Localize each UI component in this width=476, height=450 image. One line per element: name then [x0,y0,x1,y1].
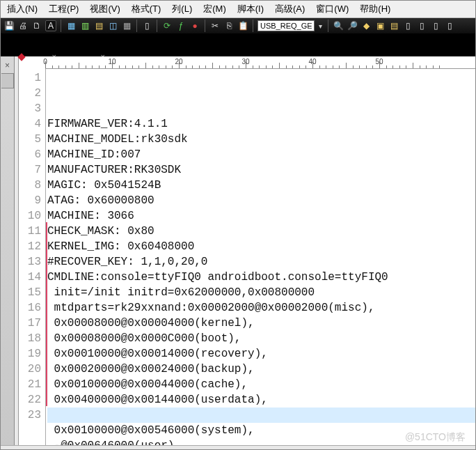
menu-macro[interactable]: 宏(M) [201,2,228,16]
tool-icon-a[interactable]: ▣ [374,20,386,31]
menu-help[interactable]: 帮助(H) [358,2,392,16]
tool-icon-c[interactable]: ▯ [402,20,413,31]
bookmark-icon[interactable]: ◆ [360,20,372,31]
tool-icon-3[interactable]: ▤ [93,20,104,31]
code-line[interactable]: MACHINE: 3066 [47,208,475,224]
menu-script[interactable]: 脚本(I) [235,2,266,16]
font-icon[interactable]: A [45,20,56,31]
code-line[interactable]: 0x00020000@0x00024000(backup), [47,362,475,377]
left-panel-collapsed[interactable]: × [1,56,15,450]
toolbar: 💾 🖨 🗋 A ▦ ▥ ▤ ◫ ▦ ▯ ⟳ ƒ ● ✂ ⎘ 📋 ▾ 🔍 🔎 ◆ … [1,18,475,34]
line-number: 22 [19,392,41,408]
line-number: 8 [19,178,41,193]
collapse-icon[interactable]: × [5,61,10,70]
line-number: 6 [19,147,41,162]
code-line[interactable]: CHECK_MASK: 0x80 [47,224,475,239]
code-line[interactable]: 0x00008000@0x0000C000(boot), [47,331,475,346]
tool-icon-d[interactable]: ▯ [416,20,427,31]
code-line[interactable]: mtdparts=rk29xxnand:0x00002000@0x0000200… [47,300,475,316]
toolbar-separator [328,20,328,32]
search-input[interactable] [257,20,315,31]
menu-insert[interactable]: 插入(N) [5,2,40,16]
line-number: 11 [19,224,41,239]
editor-tab-active[interactable]: × [13,48,62,56]
code-line[interactable]: ATAG: 0x60000800 [47,193,475,208]
code-line[interactable]: 0x00008000@0x00004000(kernel), [47,316,475,331]
code-line[interactable]: MACHINE_ID:007 [47,147,475,162]
menu-window[interactable]: 窗口(W) [314,2,351,16]
function-icon[interactable]: ƒ [175,20,187,31]
code-area: 1234567891011121314151617181920212223 FI… [19,69,475,450]
menu-column[interactable]: 列(L) [170,2,194,16]
toolbar-separator [61,20,61,32]
menu-bar: 插入(N) 工程(P) 视图(V) 格式(T) 列(L) 宏(M) 脚本(I) … [1,1,475,18]
code-line[interactable]: 0x00100000@0x00044000(cache), [47,377,475,392]
line-number: 23 [19,408,41,423]
toolbar-separator [136,20,137,32]
status-strip [1,445,475,449]
tool-icon-f[interactable]: ▯ [444,20,455,31]
tool-icon-2[interactable]: ▥ [79,20,90,31]
line-number: 1 [19,70,41,86]
refresh-icon[interactable]: ⟳ [161,20,173,31]
code-text[interactable]: FIRMWARE_VER:4.1.1MACHINE_MODEL:rk30sdkM… [45,69,475,450]
line-numbers: 1234567891011121314151617181920212223 [19,69,45,450]
code-line[interactable]: KERNEL_IMG: 0x60408000 [47,239,475,254]
line-number: 4 [19,116,41,132]
ruler: 01020304050 [45,56,475,69]
code-line[interactable]: FIRMWARE_VER:4.1.1 [47,116,475,132]
editor: 01020304050 1234567891011121314151617181… [19,56,475,450]
line-number: 3 [19,101,41,116]
line-number: 15 [19,285,41,300]
code-line[interactable]: MAGIC: 0x5041524B [47,178,475,193]
toolbar-separator [253,20,253,32]
print-icon[interactable]: 🖨 [17,20,29,31]
preview-icon[interactable]: 🗋 [31,20,42,31]
line-number: 17 [19,316,41,331]
menu-format[interactable]: 格式(T) [129,2,164,16]
save-icon[interactable]: 💾 [3,20,15,31]
line-number: 13 [19,254,41,270]
toolbar-separator [205,20,205,32]
line-number: 5 [19,132,41,147]
code-line[interactable]: init=/init initrd=0x62000000,0x00800000 [47,285,475,300]
cut-icon[interactable]: ✂ [209,20,221,31]
line-number: 21 [19,377,41,392]
current-line-highlight [47,408,475,423]
line-number: 10 [19,208,41,224]
tool-icon-b[interactable]: ▤ [388,20,399,31]
toolbar-separator [157,20,157,32]
tool-icon-1[interactable]: ▦ [65,20,77,31]
line-number: 18 [19,331,41,346]
code-line[interactable]: #RECOVER_KEY: 1,1,0,20,0 [47,254,475,270]
code-line[interactable]: MANUFACTURER:RK30SDK [47,162,475,178]
code-line[interactable]: CMDLINE:console=ttyFIQ0 androidboot.cons… [47,270,475,285]
stop-icon[interactable]: ● [189,20,200,31]
line-number: 19 [19,346,41,362]
code-line[interactable]: MACHINE_MODEL:rk30sdk [47,132,475,147]
tab-strip: × × [1,34,475,56]
code-line[interactable]: 0x00400000@0x00144000(userdata), [47,392,475,408]
paste-icon[interactable]: 📋 [237,20,248,31]
menu-project[interactable]: 工程(P) [47,2,81,16]
tool-icon-4[interactable]: ◫ [107,20,118,31]
copy-icon[interactable]: ⎘ [223,20,235,31]
tool-icon-5[interactable]: ▦ [121,20,132,31]
line-number: 7 [19,162,41,178]
dropdown-icon[interactable]: ▾ [317,22,324,30]
doc-icon[interactable]: ▯ [141,20,152,31]
tool-icon-e[interactable]: ▯ [430,20,441,31]
code-line[interactable]: 0x00100000@0x00546000(system), [47,423,475,438]
side-tab-icon[interactable] [1,73,14,88]
code-line[interactable]: 0x00010000@0x00014000(recovery), [47,346,475,362]
line-number: 14 [19,270,41,285]
find-icon[interactable]: 🔍 [333,20,344,31]
menu-view[interactable]: 视图(V) [88,2,122,16]
work-area: × 01020304050 12345678910111213141516171… [1,56,475,450]
editor-tab[interactable]: × [62,48,111,56]
line-number: 9 [19,193,41,208]
menu-advanced[interactable]: 高级(A) [273,2,307,16]
line-number: 2 [19,86,41,101]
line-number: 12 [19,239,41,254]
find-next-icon[interactable]: 🔎 [347,20,358,31]
